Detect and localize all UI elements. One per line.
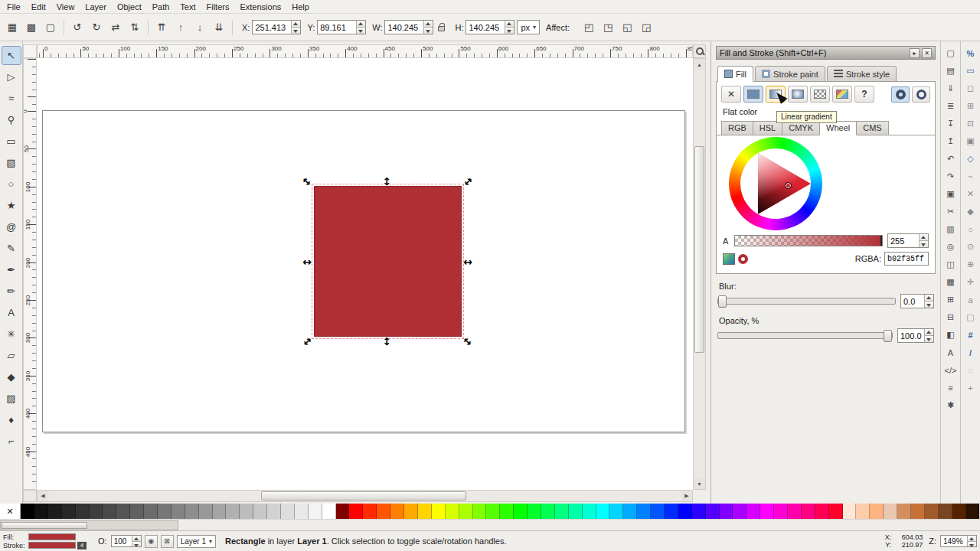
gradient-tool[interactable]: ▨ [2, 389, 21, 408]
copy-button[interactable]: ▣ [942, 186, 959, 202]
fill-stroke-dialog-button[interactable]: ◧ [942, 327, 959, 343]
fill-swatch[interactable] [28, 533, 76, 540]
palette-swatch[interactable] [213, 504, 227, 519]
spin-down-icon[interactable] [925, 335, 933, 342]
x-spinner[interactable] [291, 21, 300, 34]
palette-swatch[interactable] [623, 504, 637, 519]
snap-grids-button[interactable]: # [962, 327, 979, 343]
y-spinner[interactable] [356, 21, 365, 34]
select-all-layers-button[interactable]: ▩ [22, 18, 41, 37]
snap-path-intersections-button[interactable]: ✕ [962, 186, 979, 202]
tab-fill[interactable]: Fill [717, 66, 753, 82]
color-picker-icon[interactable] [723, 253, 735, 265]
palette-swatch[interactable] [897, 504, 911, 519]
menu-item-filters[interactable]: Filters [201, 1, 235, 13]
palette-swatch[interactable] [678, 504, 692, 519]
palette-swatch[interactable] [583, 504, 596, 519]
palette-swatch[interactable] [884, 504, 897, 519]
palette-swatch[interactable] [295, 504, 309, 519]
palette-swatch[interactable] [48, 504, 62, 519]
palette-swatch[interactable] [418, 504, 432, 519]
palette-swatch[interactable] [281, 504, 295, 519]
layer-visibility-toggle[interactable]: ◉ [145, 535, 158, 548]
palette-swatch[interactable] [541, 504, 555, 519]
deselect-button[interactable]: ▢ [41, 18, 60, 37]
vertical-scrollbar[interactable]: ▲ ▼ [693, 58, 706, 490]
new-document-button[interactable]: ▢ [942, 45, 959, 61]
snap-paths-button[interactable]: ~ [962, 168, 979, 184]
star-tool[interactable]: ★ [2, 196, 21, 215]
spin-up-icon[interactable] [357, 21, 365, 27]
snap-others-button[interactable]: ◌ [962, 362, 979, 378]
menu-item-object[interactable]: Object [112, 1, 147, 13]
dropper-tool[interactable]: ♦ [2, 410, 21, 429]
palette-swatch[interactable] [34, 504, 48, 519]
x-input[interactable] [253, 21, 291, 34]
palette-swatch[interactable] [500, 504, 514, 519]
palette-swatch[interactable] [459, 504, 473, 519]
zoom-corner-button[interactable] [693, 44, 706, 58]
h-input[interactable] [466, 21, 505, 34]
preferences-button[interactable]: ✱ [942, 397, 959, 413]
palette-swatch[interactable] [651, 504, 665, 519]
spin-down-icon[interactable] [357, 27, 365, 34]
blur-slider-thumb[interactable] [718, 295, 727, 308]
menu-item-layer[interactable]: Layer [80, 1, 112, 13]
palette-swatch[interactable] [870, 504, 884, 519]
duplicate-button[interactable]: ▦ [942, 274, 959, 290]
zoom-spinner[interactable] [967, 536, 976, 546]
ellipse-tool[interactable]: ○ [2, 174, 21, 194]
palette-swatch[interactable] [322, 504, 336, 519]
blur-input[interactable] [901, 295, 924, 308]
menu-item-file[interactable]: File [2, 1, 26, 13]
palette-scroll-track[interactable] [0, 520, 178, 530]
rgba-input[interactable] [884, 252, 929, 266]
palette-swatch[interactable] [199, 504, 213, 519]
palette-swatch[interactable] [309, 504, 322, 519]
box3d-tool[interactable]: ▧ [2, 153, 21, 172]
undo-button[interactable]: ↶ [942, 151, 959, 167]
palette-swatch[interactable] [404, 504, 418, 519]
menu-item-text[interactable]: Text [175, 1, 201, 13]
fill-swatch-button[interactable] [832, 86, 852, 103]
menu-item-path[interactable]: Path [147, 1, 175, 13]
opacity-slider[interactable] [717, 332, 893, 339]
palette-swatch[interactable] [569, 504, 583, 519]
w-input[interactable] [385, 21, 423, 34]
palette-swatch[interactable] [528, 504, 541, 519]
palette-swatch[interactable] [706, 504, 720, 519]
palette-swatch[interactable] [966, 504, 980, 519]
selector-tool[interactable]: ↖ [2, 46, 21, 65]
palette-swatch[interactable] [952, 504, 966, 519]
save-document-button[interactable]: ⇓ [942, 80, 959, 96]
snap-guides-button[interactable]: / [962, 344, 979, 360]
tab-stroke-style[interactable]: Stroke style [827, 66, 897, 82]
palette-swatch[interactable] [377, 504, 390, 519]
fill-pattern-button[interactable] [810, 86, 830, 103]
alpha-spinner[interactable] [919, 234, 928, 247]
ungroup-objects-button[interactable]: ⊟ [942, 309, 959, 325]
scroll-up-icon[interactable]: ▲ [694, 59, 705, 70]
paste-button[interactable]: ▥ [942, 221, 959, 237]
group-objects-button[interactable]: ⊞ [942, 292, 959, 308]
fill-flat-button[interactable] [743, 86, 763, 103]
alpha-slider-handle[interactable] [880, 236, 882, 246]
eraser-tool[interactable]: ▱ [2, 346, 21, 365]
zoom-page-button[interactable]: ◫ [942, 256, 959, 272]
color-tab-cms[interactable]: CMS [856, 121, 888, 135]
palette-swatch[interactable] [514, 504, 528, 519]
palette-swatch[interactable] [815, 504, 829, 519]
lower-button[interactable]: ↓ [191, 18, 209, 37]
text-dialog-button[interactable]: A [942, 344, 959, 360]
raise-to-top-button[interactable]: ⇈ [152, 18, 171, 37]
snap-enable-button[interactable]: % [962, 45, 979, 61]
palette-swatch[interactable] [802, 504, 815, 519]
horizontal-scrollbar[interactable]: ◀ ▶ [37, 490, 693, 502]
blur-slider[interactable] [717, 298, 896, 305]
tweak-tool[interactable]: ≈ [2, 89, 21, 108]
xml-editor-button[interactable]: </> [942, 362, 959, 378]
palette-swatch[interactable] [473, 504, 487, 519]
spin-up-icon[interactable] [925, 329, 933, 335]
palette-swatch[interactable] [596, 504, 610, 519]
palette-swatch[interactable] [829, 504, 843, 519]
